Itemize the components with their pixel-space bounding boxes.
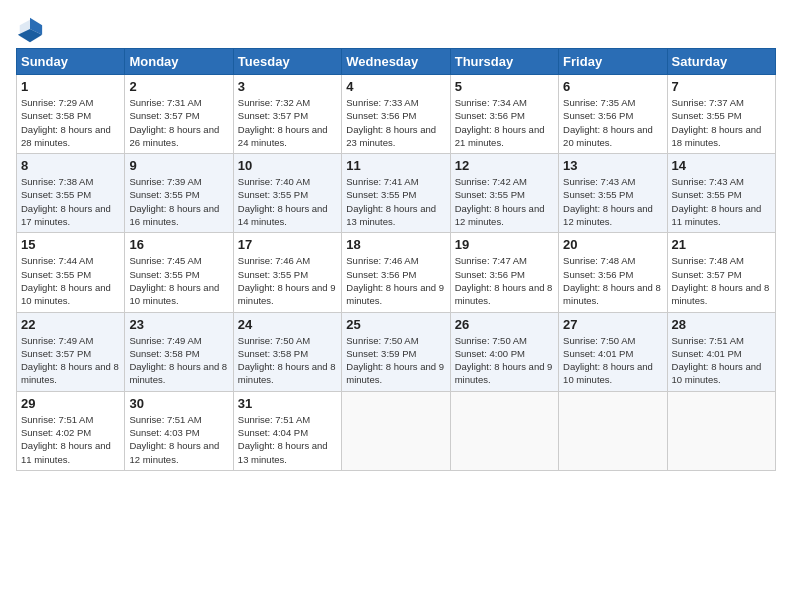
calendar-day-cell: 25 Sunrise: 7:50 AMSunset: 3:59 PMDaylig… — [342, 312, 450, 391]
day-number: 7 — [672, 79, 771, 94]
day-number: 13 — [563, 158, 662, 173]
day-number: 5 — [455, 79, 554, 94]
day-info: Sunrise: 7:50 AMSunset: 3:58 PMDaylight:… — [238, 335, 336, 386]
calendar-day-cell — [450, 391, 558, 470]
calendar-day-cell: 18 Sunrise: 7:46 AMSunset: 3:56 PMDaylig… — [342, 233, 450, 312]
calendar-table: SundayMondayTuesdayWednesdayThursdayFrid… — [16, 48, 776, 471]
day-number: 27 — [563, 317, 662, 332]
day-info: Sunrise: 7:51 AMSunset: 4:03 PMDaylight:… — [129, 414, 219, 465]
day-info: Sunrise: 7:46 AMSunset: 3:56 PMDaylight:… — [346, 255, 444, 306]
day-number: 21 — [672, 237, 771, 252]
calendar-day-cell: 16 Sunrise: 7:45 AMSunset: 3:55 PMDaylig… — [125, 233, 233, 312]
day-number: 14 — [672, 158, 771, 173]
calendar-day-cell: 5 Sunrise: 7:34 AMSunset: 3:56 PMDayligh… — [450, 75, 558, 154]
calendar-day-cell: 4 Sunrise: 7:33 AMSunset: 3:56 PMDayligh… — [342, 75, 450, 154]
weekday-header: Wednesday — [342, 49, 450, 75]
day-number: 26 — [455, 317, 554, 332]
logo-icon — [16, 16, 44, 44]
calendar-day-cell — [559, 391, 667, 470]
weekday-header: Sunday — [17, 49, 125, 75]
day-number: 6 — [563, 79, 662, 94]
calendar-body: 1 Sunrise: 7:29 AMSunset: 3:58 PMDayligh… — [17, 75, 776, 471]
day-info: Sunrise: 7:32 AMSunset: 3:57 PMDaylight:… — [238, 97, 328, 148]
calendar-day-cell: 8 Sunrise: 7:38 AMSunset: 3:55 PMDayligh… — [17, 154, 125, 233]
calendar-day-cell: 22 Sunrise: 7:49 AMSunset: 3:57 PMDaylig… — [17, 312, 125, 391]
calendar-day-cell: 1 Sunrise: 7:29 AMSunset: 3:58 PMDayligh… — [17, 75, 125, 154]
day-info: Sunrise: 7:45 AMSunset: 3:55 PMDaylight:… — [129, 255, 219, 306]
weekday-header: Saturday — [667, 49, 775, 75]
day-info: Sunrise: 7:47 AMSunset: 3:56 PMDaylight:… — [455, 255, 553, 306]
day-info: Sunrise: 7:42 AMSunset: 3:55 PMDaylight:… — [455, 176, 545, 227]
day-number: 3 — [238, 79, 337, 94]
day-number: 15 — [21, 237, 120, 252]
day-info: Sunrise: 7:51 AMSunset: 4:01 PMDaylight:… — [672, 335, 762, 386]
calendar-week-row: 8 Sunrise: 7:38 AMSunset: 3:55 PMDayligh… — [17, 154, 776, 233]
day-number: 9 — [129, 158, 228, 173]
calendar-day-cell: 2 Sunrise: 7:31 AMSunset: 3:57 PMDayligh… — [125, 75, 233, 154]
calendar-day-cell: 11 Sunrise: 7:41 AMSunset: 3:55 PMDaylig… — [342, 154, 450, 233]
calendar-week-row: 29 Sunrise: 7:51 AMSunset: 4:02 PMDaylig… — [17, 391, 776, 470]
day-number: 19 — [455, 237, 554, 252]
day-info: Sunrise: 7:40 AMSunset: 3:55 PMDaylight:… — [238, 176, 328, 227]
calendar-day-cell: 29 Sunrise: 7:51 AMSunset: 4:02 PMDaylig… — [17, 391, 125, 470]
calendar-day-cell: 13 Sunrise: 7:43 AMSunset: 3:55 PMDaylig… — [559, 154, 667, 233]
calendar-day-cell: 23 Sunrise: 7:49 AMSunset: 3:58 PMDaylig… — [125, 312, 233, 391]
day-number: 2 — [129, 79, 228, 94]
calendar-day-cell: 31 Sunrise: 7:51 AMSunset: 4:04 PMDaylig… — [233, 391, 341, 470]
day-number: 12 — [455, 158, 554, 173]
day-info: Sunrise: 7:43 AMSunset: 3:55 PMDaylight:… — [672, 176, 762, 227]
calendar-header: SundayMondayTuesdayWednesdayThursdayFrid… — [17, 49, 776, 75]
day-info: Sunrise: 7:44 AMSunset: 3:55 PMDaylight:… — [21, 255, 111, 306]
calendar-day-cell: 27 Sunrise: 7:50 AMSunset: 4:01 PMDaylig… — [559, 312, 667, 391]
day-number: 10 — [238, 158, 337, 173]
day-number: 28 — [672, 317, 771, 332]
calendar-day-cell: 14 Sunrise: 7:43 AMSunset: 3:55 PMDaylig… — [667, 154, 775, 233]
day-info: Sunrise: 7:49 AMSunset: 3:58 PMDaylight:… — [129, 335, 227, 386]
weekday-header: Thursday — [450, 49, 558, 75]
day-number: 18 — [346, 237, 445, 252]
weekday-header: Tuesday — [233, 49, 341, 75]
day-number: 17 — [238, 237, 337, 252]
calendar-week-row: 15 Sunrise: 7:44 AMSunset: 3:55 PMDaylig… — [17, 233, 776, 312]
day-number: 16 — [129, 237, 228, 252]
calendar-day-cell: 19 Sunrise: 7:47 AMSunset: 3:56 PMDaylig… — [450, 233, 558, 312]
day-number: 25 — [346, 317, 445, 332]
calendar-day-cell: 10 Sunrise: 7:40 AMSunset: 3:55 PMDaylig… — [233, 154, 341, 233]
day-number: 8 — [21, 158, 120, 173]
day-number: 1 — [21, 79, 120, 94]
day-info: Sunrise: 7:38 AMSunset: 3:55 PMDaylight:… — [21, 176, 111, 227]
day-info: Sunrise: 7:51 AMSunset: 4:04 PMDaylight:… — [238, 414, 328, 465]
day-info: Sunrise: 7:41 AMSunset: 3:55 PMDaylight:… — [346, 176, 436, 227]
logo — [16, 16, 48, 44]
day-info: Sunrise: 7:33 AMSunset: 3:56 PMDaylight:… — [346, 97, 436, 148]
calendar-day-cell: 6 Sunrise: 7:35 AMSunset: 3:56 PMDayligh… — [559, 75, 667, 154]
calendar-day-cell: 26 Sunrise: 7:50 AMSunset: 4:00 PMDaylig… — [450, 312, 558, 391]
weekday-header: Friday — [559, 49, 667, 75]
day-info: Sunrise: 7:39 AMSunset: 3:55 PMDaylight:… — [129, 176, 219, 227]
day-info: Sunrise: 7:29 AMSunset: 3:58 PMDaylight:… — [21, 97, 111, 148]
calendar-day-cell — [342, 391, 450, 470]
day-info: Sunrise: 7:48 AMSunset: 3:57 PMDaylight:… — [672, 255, 770, 306]
day-info: Sunrise: 7:37 AMSunset: 3:55 PMDaylight:… — [672, 97, 762, 148]
day-number: 11 — [346, 158, 445, 173]
day-info: Sunrise: 7:35 AMSunset: 3:56 PMDaylight:… — [563, 97, 653, 148]
calendar-day-cell: 7 Sunrise: 7:37 AMSunset: 3:55 PMDayligh… — [667, 75, 775, 154]
day-number: 24 — [238, 317, 337, 332]
day-info: Sunrise: 7:48 AMSunset: 3:56 PMDaylight:… — [563, 255, 661, 306]
day-info: Sunrise: 7:50 AMSunset: 4:01 PMDaylight:… — [563, 335, 653, 386]
day-info: Sunrise: 7:50 AMSunset: 3:59 PMDaylight:… — [346, 335, 444, 386]
calendar-day-cell: 9 Sunrise: 7:39 AMSunset: 3:55 PMDayligh… — [125, 154, 233, 233]
calendar-day-cell: 3 Sunrise: 7:32 AMSunset: 3:57 PMDayligh… — [233, 75, 341, 154]
calendar-week-row: 1 Sunrise: 7:29 AMSunset: 3:58 PMDayligh… — [17, 75, 776, 154]
day-number: 20 — [563, 237, 662, 252]
calendar-day-cell: 24 Sunrise: 7:50 AMSunset: 3:58 PMDaylig… — [233, 312, 341, 391]
day-number: 22 — [21, 317, 120, 332]
calendar-day-cell: 28 Sunrise: 7:51 AMSunset: 4:01 PMDaylig… — [667, 312, 775, 391]
calendar-day-cell — [667, 391, 775, 470]
calendar-day-cell: 21 Sunrise: 7:48 AMSunset: 3:57 PMDaylig… — [667, 233, 775, 312]
day-number: 4 — [346, 79, 445, 94]
page-header — [16, 16, 776, 44]
day-info: Sunrise: 7:34 AMSunset: 3:56 PMDaylight:… — [455, 97, 545, 148]
calendar-day-cell: 15 Sunrise: 7:44 AMSunset: 3:55 PMDaylig… — [17, 233, 125, 312]
calendar-day-cell: 20 Sunrise: 7:48 AMSunset: 3:56 PMDaylig… — [559, 233, 667, 312]
